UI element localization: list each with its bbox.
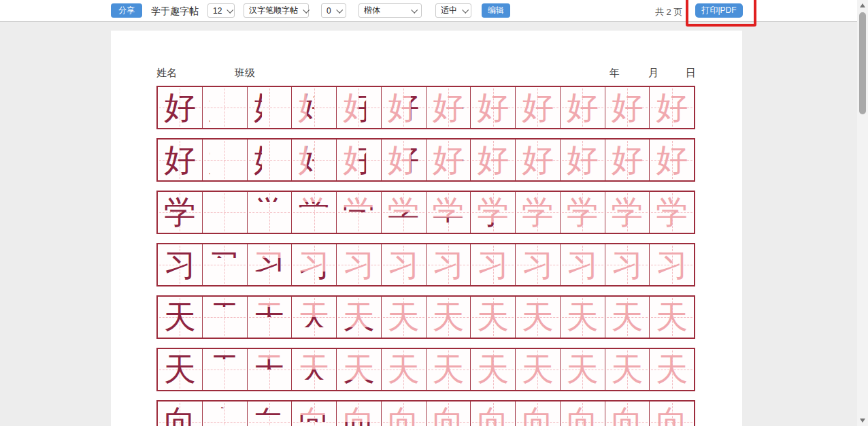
character-glyph: 习 bbox=[471, 244, 515, 285]
year-label: 年 bbox=[610, 67, 620, 80]
stroke-step-cell: 向向 bbox=[381, 402, 426, 426]
character-glyph: 好 bbox=[292, 87, 336, 128]
character-glyph: 学 bbox=[158, 192, 202, 233]
trace-cell: 天 bbox=[649, 297, 694, 338]
share-button[interactable]: 分享 bbox=[111, 3, 142, 18]
trace-cell: 好 bbox=[515, 140, 560, 180]
character-glyph: 学 bbox=[292, 192, 336, 233]
character-glyph: 好 bbox=[516, 87, 560, 128]
stroke-step-cell: 习习 bbox=[291, 244, 336, 285]
stroke-step-cell: 习习 bbox=[247, 244, 292, 285]
trace-cell: 天 bbox=[515, 297, 560, 338]
stroke-step-cell: 学学 bbox=[291, 192, 336, 233]
trace-cell: 好 bbox=[560, 140, 605, 180]
character-glyph: 天 bbox=[471, 297, 515, 338]
trace-cell: 天 bbox=[381, 297, 426, 338]
character-glyph: 天 bbox=[337, 297, 381, 338]
font-family-select[interactable]: 楷体 bbox=[358, 3, 422, 18]
trace-cell: 好 bbox=[515, 87, 560, 128]
character-glyph: 好 bbox=[382, 87, 426, 128]
character-glyph: 天 bbox=[650, 349, 694, 390]
character-glyph: 好 bbox=[248, 140, 292, 180]
stroke-step-cell: 天天 bbox=[336, 349, 381, 390]
character-glyph: 学 bbox=[382, 192, 426, 233]
trace-cell: 天 bbox=[560, 297, 605, 338]
character-glyph: 好 bbox=[158, 140, 202, 180]
character-glyph: 天 bbox=[605, 297, 650, 338]
stroke-step-cell: 学 bbox=[202, 192, 247, 233]
trace-cell: 好 bbox=[470, 140, 515, 180]
character-glyph: 天 bbox=[292, 297, 336, 338]
character-glyph: 习 bbox=[650, 244, 694, 285]
example-cell: 好 bbox=[158, 87, 202, 128]
character-glyph: 学 bbox=[248, 192, 292, 233]
trace-cell: 向 bbox=[649, 402, 694, 426]
stroke-step-cell: 好好 bbox=[247, 87, 292, 128]
character-glyph: 好 bbox=[471, 140, 515, 180]
character-glyph: 天 bbox=[158, 349, 202, 390]
scrollbar-thumb[interactable] bbox=[859, 12, 866, 114]
edit-button[interactable]: 编辑 bbox=[482, 3, 510, 18]
character-glyph: 习 bbox=[158, 244, 202, 285]
character-glyph: 好 bbox=[427, 140, 471, 180]
print-pdf-button[interactable]: 打印|PDF bbox=[695, 3, 743, 18]
character-glyph: 学 bbox=[203, 192, 247, 233]
sheet-type-select[interactable]: 汉字笔顺字帖 bbox=[244, 3, 309, 18]
character-glyph: 学 bbox=[516, 192, 560, 233]
app-title: 学于趣字帖 bbox=[151, 5, 199, 18]
toolbar: 分享 学于趣字帖 12 汉字笔顺字帖 0 楷体 适中 编辑 共 2 页 打印|P… bbox=[0, 0, 868, 22]
character-glyph: 学 bbox=[427, 192, 471, 233]
character-glyph: 天 bbox=[650, 297, 694, 338]
character-glyph: 天 bbox=[427, 297, 471, 338]
character-glyph: 向 bbox=[203, 402, 247, 426]
character-glyph: 好 bbox=[427, 87, 471, 128]
trace-cell: 习 bbox=[515, 244, 560, 285]
character-glyph: 天 bbox=[516, 349, 560, 390]
trace-cell: 好 bbox=[470, 87, 515, 128]
character-glyph: 学 bbox=[561, 192, 605, 233]
character-glyph: 天 bbox=[561, 349, 605, 390]
density-select[interactable]: 适中 bbox=[435, 3, 471, 18]
trace-cell: 天 bbox=[605, 349, 650, 390]
character-glyph: 向 bbox=[650, 402, 694, 426]
character-glyph: 天 bbox=[248, 297, 292, 338]
stroke-step-cell: 学学 bbox=[381, 192, 426, 233]
scroll-down-icon[interactable] bbox=[860, 419, 865, 423]
stroke-step-cell: 向向 bbox=[426, 402, 471, 426]
character-glyph: 学 bbox=[292, 192, 336, 233]
stroke-step-cell: 好好 bbox=[336, 87, 381, 128]
trace-cell: 天 bbox=[649, 349, 694, 390]
character-glyph: 好 bbox=[561, 140, 605, 180]
character-glyph: 学 bbox=[516, 192, 560, 233]
character-glyph: 天 bbox=[471, 349, 515, 390]
sheet-type-value: 汉字笔顺字帖 bbox=[249, 5, 298, 16]
scroll-up-icon[interactable] bbox=[860, 3, 865, 7]
trace-cell: 好 bbox=[560, 87, 605, 128]
month-label: 月 bbox=[648, 67, 658, 80]
trace-cell: 习 bbox=[336, 244, 381, 285]
character-glyph: 好 bbox=[158, 87, 202, 128]
app-window: 分享 学于趣字帖 12 汉字笔顺字帖 0 楷体 适中 编辑 共 2 页 打印|P… bbox=[0, 0, 868, 426]
character-glyph: 好 bbox=[248, 87, 292, 128]
day-label: 日 bbox=[686, 67, 696, 80]
trace-cell: 习 bbox=[426, 244, 471, 285]
character-glyph: 向 bbox=[382, 402, 426, 426]
stroke-step-cell: 向向 bbox=[247, 402, 292, 426]
stroke-step-cell: 天天 bbox=[336, 297, 381, 338]
vertical-scrollbar[interactable] bbox=[857, 0, 868, 426]
name-label: 姓名 bbox=[156, 67, 177, 80]
character-glyph: 习 bbox=[561, 244, 605, 285]
stroke-step-cell: 好好 bbox=[336, 140, 381, 180]
character-glyph: 学 bbox=[337, 192, 381, 233]
character-glyph: 天 bbox=[292, 349, 336, 390]
stroke-step-cell: 学学 bbox=[426, 192, 471, 233]
font-size-select[interactable]: 12 bbox=[207, 3, 235, 18]
stroke-step-cell: 向 bbox=[202, 402, 247, 426]
stroke-step-cell: 学学 bbox=[336, 192, 381, 233]
character-glyph: 向 bbox=[516, 402, 560, 426]
trace-cell: 天 bbox=[470, 349, 515, 390]
start-index-select[interactable]: 0 bbox=[321, 3, 346, 18]
trace-cell: 学 bbox=[605, 192, 650, 233]
character-glyph: 向 bbox=[605, 402, 650, 426]
stroke-step-cell: 天天 bbox=[291, 297, 336, 338]
